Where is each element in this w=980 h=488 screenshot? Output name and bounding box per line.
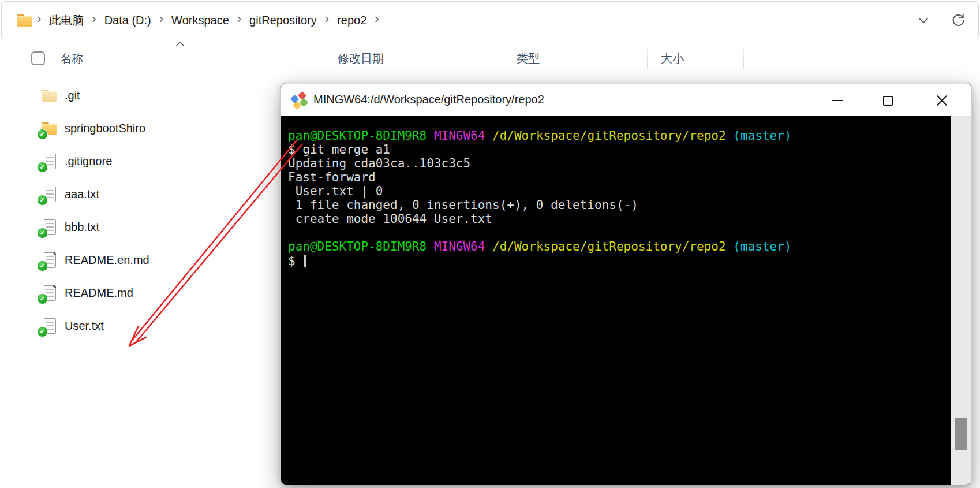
file-row[interactable]: ➤✓README.en.md	[0, 244, 323, 277]
md-arrow-icon: ➤	[51, 249, 58, 256]
md-arrow-icon: ➤	[51, 282, 58, 289]
select-all-checkbox[interactable]	[31, 51, 45, 65]
terminal-cursor	[304, 255, 306, 267]
terminal-line: pan@DESKTOP-8DIM9R8 MINGW64 /d/Workspace…	[288, 129, 951, 143]
terminal-line: Updating cda03ca..103c3c5	[288, 157, 951, 170]
file-row[interactable]: ✓springbootShiro	[0, 112, 323, 145]
sort-ascending-icon	[175, 42, 185, 47]
file-row[interactable]: ✓.gitignore	[0, 145, 323, 178]
file-icon: ➤✓	[40, 252, 59, 269]
screen: ›此电脑›Data (D:)›Workspace›gitRepository›r…	[0, 0, 980, 488]
column-header-date-modified[interactable]: 修改日期	[338, 51, 384, 66]
breadcrumb-item[interactable]: Data (D:)	[101, 12, 155, 29]
breadcrumb-chevron-icon: ›	[370, 12, 383, 27]
close-icon	[936, 95, 948, 106]
address-bar[interactable]: ›此电脑›Data (D:)›Workspace›gitRepository›r…	[1, 1, 979, 39]
breadcrumb-chevron-icon: ›	[155, 12, 168, 27]
terminal-title-bar[interactable]: MINGW64:/d/Workspace/gitRepository/repo2	[281, 83, 971, 116]
terminal-line: $ git merge a1	[288, 143, 951, 157]
close-button[interactable]	[932, 91, 952, 110]
breadcrumb-item[interactable]: 此电脑	[46, 10, 87, 31]
terminal-title: MINGW64:/d/Workspace/gitRepository/repo2	[313, 93, 544, 106]
git-synced-check-icon: ✓	[37, 293, 48, 304]
git-synced-check-icon: ✓	[37, 260, 48, 271]
terminal-line: Fast-forward	[288, 170, 951, 184]
column-header-type[interactable]: 类型	[517, 51, 540, 66]
column-separator[interactable]	[743, 49, 744, 69]
folder-icon	[40, 87, 59, 105]
file-icon: ✓	[40, 153, 59, 170]
file-row[interactable]: ✓aaa.txt	[0, 178, 323, 211]
column-header-size[interactable]: 大小	[661, 51, 684, 66]
git-synced-check-icon: ✓	[37, 129, 48, 140]
file-name: User.txt	[65, 319, 104, 333]
terminal-line: User.txt | 0	[288, 184, 951, 198]
breadcrumb-item[interactable]: Workspace	[168, 12, 233, 29]
address-dropdown-chevron-icon[interactable]	[914, 10, 933, 30]
column-separator[interactable]	[332, 49, 332, 69]
folder-icon: ✓	[40, 120, 59, 137]
file-name: .gitignore	[65, 155, 112, 168]
terminal-window: MINGW64:/d/Workspace/gitRepository/repo2…	[280, 83, 972, 485]
git-synced-check-icon: ✓	[37, 228, 48, 239]
terminal-line	[288, 226, 951, 240]
file-name: .git	[65, 89, 80, 102]
file-icon: ✓	[40, 219, 59, 236]
breadcrumb-chevron-icon: ›	[32, 12, 46, 27]
minimize-button[interactable]	[827, 91, 847, 110]
file-icon: ✓	[40, 318, 59, 335]
file-row[interactable]: ➤✓README.md	[0, 277, 323, 310]
current-folder-icon	[17, 14, 32, 27]
column-separator[interactable]	[503, 49, 503, 69]
mingw64-logo-icon	[290, 91, 308, 109]
refresh-icon[interactable]	[948, 10, 968, 30]
file-name: springbootShiro	[65, 122, 145, 135]
terminal-scrollbar[interactable]	[951, 116, 971, 485]
file-row[interactable]: .git	[0, 79, 323, 112]
terminal-line: create mode 100644 User.txt	[288, 212, 951, 226]
git-synced-check-icon: ✓	[37, 195, 48, 206]
terminal-line: pan@DESKTOP-8DIM9R8 MINGW64 /d/Workspace…	[288, 240, 951, 254]
breadcrumb-chevron-icon: ›	[233, 12, 246, 27]
maximize-button[interactable]	[878, 91, 897, 110]
file-name: bbb.txt	[65, 221, 99, 234]
file-row[interactable]: ✓bbb.txt	[0, 211, 323, 244]
git-synced-check-icon: ✓	[37, 326, 48, 337]
column-header-name[interactable]: 名称	[60, 51, 83, 66]
breadcrumb-chevron-icon: ›	[320, 12, 334, 27]
file-name: README.en.md	[65, 254, 149, 267]
column-separator[interactable]	[647, 49, 648, 69]
maximize-icon	[883, 96, 893, 106]
terminal-output[interactable]: pan@DESKTOP-8DIM9R8 MINGW64 /d/Workspace…	[281, 116, 951, 485]
file-name: aaa.txt	[65, 188, 99, 201]
breadcrumb: ›此电脑›Data (D:)›Workspace›gitRepository›r…	[32, 10, 384, 31]
breadcrumb-item[interactable]: repo2	[334, 12, 370, 29]
breadcrumb-chevron-icon: ›	[87, 12, 100, 27]
terminal-line: 1 file changed, 0 insertions(+), 0 delet…	[288, 198, 951, 212]
terminal-scrollbar-thumb[interactable]	[955, 418, 967, 450]
breadcrumb-item[interactable]: gitRepository	[246, 12, 320, 29]
file-icon: ➤✓	[40, 285, 59, 302]
file-list: .git✓springbootShiro✓.gitignore✓aaa.txt✓…	[0, 79, 323, 342]
file-icon: ✓	[40, 186, 59, 203]
file-list-header: 名称 修改日期 类型 大小	[0, 40, 980, 75]
file-name: README.md	[65, 286, 133, 300]
git-synced-check-icon: ✓	[37, 162, 48, 173]
terminal-line: $	[288, 254, 951, 267]
minimize-icon	[832, 100, 843, 101]
file-row[interactable]: ✓User.txt	[0, 310, 323, 342]
